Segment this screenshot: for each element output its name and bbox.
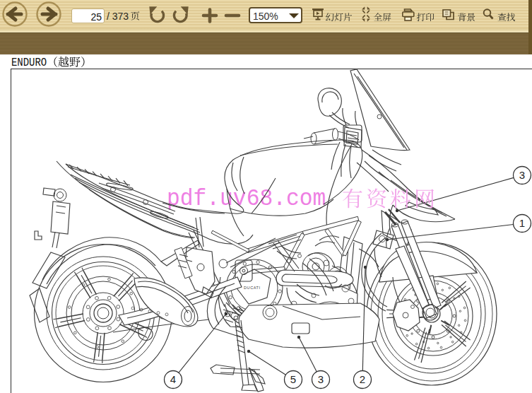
svg-text:3: 3 [318,373,324,385]
svg-text:4: 4 [170,373,176,385]
svg-text:1: 1 [519,217,525,229]
svg-text:DUCATI: DUCATI [244,286,261,290]
svg-text:5: 5 [290,373,296,385]
svg-text:3: 3 [519,169,525,181]
svg-text:2: 2 [360,373,365,385]
